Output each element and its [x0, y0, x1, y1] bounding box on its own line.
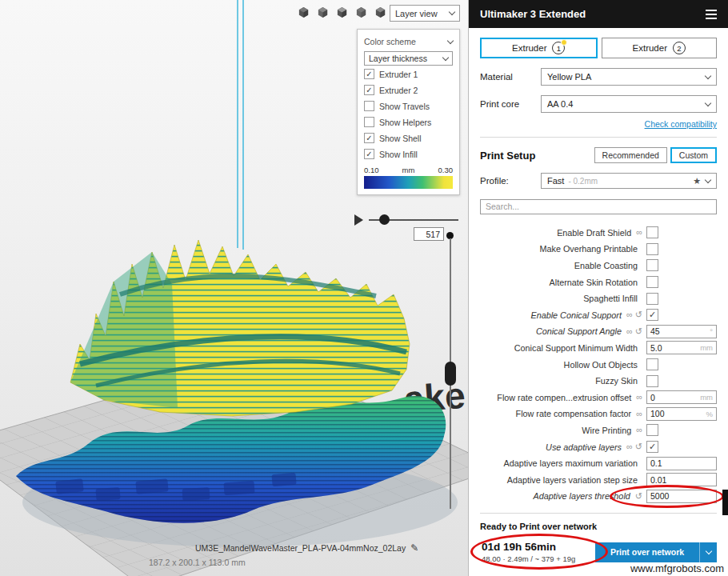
color-scheme-header[interactable]: Color scheme [364, 35, 453, 48]
setting-label: Adaptive layers threshold [480, 491, 635, 501]
sidebar-content: Extruder 1 Extruder 2 Material Yellow PL [469, 38, 728, 563]
layer-view-option[interactable]: ✓Show Infill [364, 146, 453, 162]
custom-mode-button[interactable]: Custom [670, 147, 717, 163]
link-icon: ∞ [636, 393, 642, 402]
view-mode-select[interactable]: Layer view [390, 5, 460, 22]
checkbox[interactable]: ✓ [364, 133, 374, 143]
link-icon: ∞ [626, 442, 633, 451]
checkbox[interactable]: ✓ [364, 69, 374, 79]
setting-checkbox[interactable] [646, 259, 658, 271]
star-icon[interactable]: ★ [693, 176, 701, 186]
checkbox[interactable] [364, 117, 374, 127]
layer-view-option[interactable]: ✓Extruder 2 [364, 82, 453, 98]
setting-checkbox[interactable] [646, 226, 658, 238]
model-crest[interactable] [70, 240, 410, 416]
setting-row: Flow rate compensation factor∞100% [480, 406, 717, 422]
search-input[interactable] [480, 199, 717, 214]
setting-checkbox[interactable] [646, 424, 658, 436]
setting-label: Use adaptive layers [480, 442, 626, 452]
material-label: Material [480, 72, 541, 82]
setting-input[interactable]: 5000 [646, 490, 717, 503]
left-view-icon[interactable] [355, 6, 367, 18]
gradient-max: 0.30 [438, 166, 453, 174]
play-button[interactable] [354, 214, 363, 226]
extruder-tabs: Extruder 1 Extruder 2 [480, 38, 717, 58]
material-select[interactable]: Yellow PLA [541, 68, 717, 86]
setting-label: Hollow Out Objects [480, 360, 642, 370]
setting-label: Conical Support Angle [480, 326, 626, 336]
setting-row: Adaptive layers maximum variation0.1 [480, 455, 717, 472]
settings-scrollbar-thumb[interactable] [722, 490, 728, 515]
setting-label: Spaghetti Infill [480, 294, 642, 303]
layer-view-option[interactable]: ✓Extruder 1 [364, 66, 453, 82]
layer-number-input[interactable]: 517 [414, 227, 444, 241]
setting-input[interactable]: 0.1 [646, 457, 717, 470]
top-view-icon[interactable] [336, 6, 348, 18]
setting-input[interactable]: 45° [646, 325, 717, 338]
profile-select[interactable]: Fast - 0.2mm ★ [541, 173, 717, 189]
playback-slider-handle[interactable] [379, 214, 390, 225]
tab-extruder-1[interactable]: Extruder 1 [480, 38, 598, 58]
setting-input[interactable]: 0.01 [646, 473, 717, 486]
layer-view-panel: Color scheme Layer thickness ✓Extruder 1… [357, 29, 460, 195]
view-mode-toolbar [298, 6, 386, 18]
front-view-icon[interactable] [317, 6, 329, 18]
setting-checkbox[interactable]: ✓ [646, 441, 658, 453]
print-setup-row: Print Setup Recommended Custom [480, 147, 717, 163]
checkbox[interactable]: ✓ [364, 85, 374, 95]
profile-label: Profile: [480, 176, 541, 186]
layer-option-label: Show Helpers [379, 118, 431, 127]
3d-view-icon[interactable] [298, 6, 310, 18]
checkbox[interactable] [364, 101, 374, 111]
layer-option-label: Show Infill [379, 150, 418, 159]
undo-icon[interactable]: ↺ [635, 327, 642, 336]
print-core-select[interactable]: AA 0.4 [541, 95, 717, 113]
setting-checkbox[interactable]: ✓ [646, 309, 658, 321]
tab-extruder-2[interactable]: Extruder 2 [602, 38, 718, 58]
undo-icon[interactable]: ↺ [635, 492, 642, 501]
layer-option-label: Extruder 2 [379, 86, 418, 95]
setting-input[interactable]: 5.0mm [646, 341, 717, 354]
setting-label: Make Overhang Printable [480, 244, 642, 254]
setting-label: Enable Coasting [480, 261, 642, 270]
setting-checkbox[interactable] [646, 293, 658, 305]
setting-checkbox[interactable] [646, 375, 658, 387]
layer-view-option[interactable]: Show Helpers [364, 114, 453, 130]
layer-view-option[interactable]: Show Travels [364, 98, 453, 114]
color-scheme-select[interactable]: Layer thickness [364, 51, 453, 66]
recommended-mode-button[interactable]: Recommended [594, 147, 667, 163]
rename-pencil-icon[interactable]: ✎ [410, 542, 418, 554]
3d-viewport[interactable]: ake [0, 0, 468, 576]
setting-row: Conical Support Minimum Width5.0mm [480, 340, 717, 357]
extruder-tab-label: Extruder [512, 43, 546, 53]
checkbox[interactable]: ✓ [364, 149, 374, 159]
check-compatibility-link[interactable]: Check compatibility [645, 119, 717, 129]
setting-checkbox[interactable] [646, 358, 658, 370]
setting-input[interactable]: 0mm [646, 390, 717, 404]
setting-label: Fuzzy Skin [480, 376, 642, 386]
setting-label: Adaptive layers maximum variation [480, 458, 642, 468]
setting-checkbox[interactable] [646, 243, 658, 255]
link-icon: ∞ [636, 426, 642, 434]
printer-menu-icon[interactable] [706, 10, 717, 19]
compatibility-row: Check compatibility [480, 119, 717, 129]
undo-icon[interactable]: ↺ [635, 310, 642, 319]
profile-detail: - 0.2mm [568, 177, 598, 186]
print-over-network-button[interactable]: Print over network [595, 542, 717, 562]
layer-thickness-gradient-bar [364, 176, 453, 189]
settings-list: Enable Draft Shield∞Make Overhang Printa… [480, 225, 717, 505]
setting-label: Enable Draft Shield [480, 228, 636, 238]
layer-slider-handle[interactable] [445, 362, 456, 386]
setting-row: Conical Support Angle∞↺45° [480, 323, 717, 340]
setting-input[interactable]: 100% [646, 407, 717, 421]
print-core-label: Print core [480, 99, 541, 109]
setting-checkbox[interactable] [646, 276, 658, 288]
view-mode-label: Layer view [395, 9, 438, 18]
gradient-min: 0.10 [364, 166, 379, 174]
print-options-chevron[interactable] [699, 542, 717, 562]
undo-icon[interactable]: ↺ [635, 442, 642, 451]
layer-view-option[interactable]: ✓Show Shell [364, 130, 453, 146]
material-value: Yellow PLA [547, 72, 591, 82]
link-icon: ∞ [636, 410, 642, 418]
right-view-icon[interactable] [374, 6, 386, 18]
